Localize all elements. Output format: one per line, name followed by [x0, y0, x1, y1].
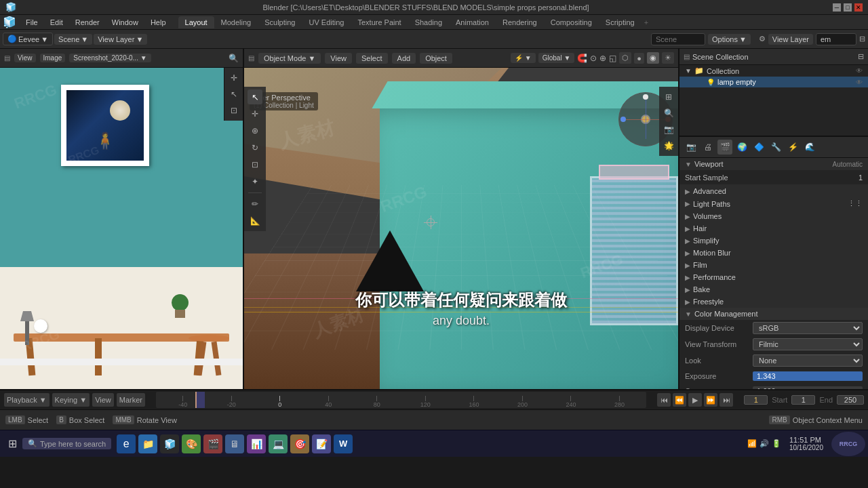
modifier-props-icon[interactable]: 🔧 [768, 140, 783, 155]
transform-tool-icon[interactable]: ✦ [248, 174, 262, 189]
zoom-icon[interactable]: 🔍 [661, 106, 676, 121]
select-box-tool-icon[interactable]: ↖ [248, 89, 262, 104]
global-transform-dropdown[interactable]: Global ▼ [538, 53, 575, 63]
render-icon[interactable]: 🌟 [661, 138, 676, 153]
particle-props-icon[interactable]: ⚡ [785, 140, 800, 155]
next-keyframe-button[interactable]: ⏩ [704, 393, 717, 407]
view-menu[interactable]: View [14, 54, 36, 62]
measure-tool-icon[interactable]: 📐 [248, 214, 262, 228]
tab-compositing[interactable]: Compositing [544, 16, 599, 28]
nav-front-dot[interactable] [620, 117, 626, 122]
tab-animation[interactable]: Animation [449, 16, 496, 28]
object-mode-button[interactable]: Object Mode ▼ [258, 53, 321, 64]
keying-menu[interactable]: Keying ▼ [52, 393, 90, 407]
advanced-section[interactable]: ▶ Advanced [679, 185, 868, 197]
output-props-icon[interactable]: 🖨 [701, 140, 715, 155]
close-button[interactable]: ✕ [854, 3, 863, 12]
viewport-object-menu[interactable]: Object [420, 53, 452, 64]
look-select[interactable]: None [753, 354, 863, 367]
taskbar-app7-icon[interactable]: 📊 [247, 434, 266, 453]
timeline-ruler[interactable]: -40 -20 0 40 80 120 160 200 240 280 [156, 392, 646, 408]
lamp-visibility-icon[interactable]: 👁 [856, 79, 863, 86]
shading-dropdown[interactable]: ⚡ ▼ [511, 53, 536, 63]
display-device-select[interactable]: sRGB [753, 322, 863, 334]
view-menu[interactable]: View [92, 393, 114, 407]
taskbar-explorer-icon[interactable]: 📁 [138, 434, 157, 453]
bake-section[interactable]: ▶ Bake [679, 283, 868, 296]
scene-name-input[interactable] [651, 33, 705, 45]
tab-modeling[interactable]: Modeling [214, 16, 258, 28]
annotate-tool-icon[interactable]: ✏ [248, 197, 262, 211]
jump-end-button[interactable]: ⏭ [719, 393, 733, 407]
scale-tool-icon[interactable]: ⊡ [248, 157, 262, 172]
wireframe-mode-icon[interactable]: ⬡ [619, 52, 631, 64]
search-bar[interactable]: 🔍 Type here to search [22, 438, 111, 449]
menu-file[interactable]: File [20, 17, 43, 28]
light-paths-section[interactable]: ▶ Light Paths ⋮⋮ [679, 197, 868, 210]
scene-dropdown[interactable]: Scene ▼ [54, 34, 92, 45]
film-section[interactable]: ▶ Film [679, 259, 868, 271]
cursor-tool-icon[interactable]: ✛ [248, 106, 262, 121]
overlay-icon[interactable]: ⊕ [599, 54, 606, 63]
menu-window[interactable]: Window [106, 17, 144, 28]
playback-menu[interactable]: Playback ▼ [4, 393, 50, 407]
view-layer-name-dropdown[interactable]: View Layer [768, 34, 813, 45]
play-button[interactable]: ▶ [688, 393, 702, 407]
crop-tool-icon[interactable]: ⊡ [226, 103, 241, 118]
tab-scripting[interactable]: Scripting [599, 16, 642, 28]
color-management-section[interactable]: ▼ Color Management [679, 308, 868, 320]
taskbar-edge-icon[interactable]: e [117, 434, 136, 453]
viewport-section[interactable]: ▼ Viewport Automatic [679, 158, 868, 170]
move-tool-icon[interactable]: ✛ [226, 70, 241, 85]
nav-top-dot[interactable] [643, 94, 648, 100]
viewport-editor-type-icon[interactable]: ▤ [248, 54, 254, 62]
menu-edit[interactable]: Edit [45, 17, 68, 28]
material-mode-icon[interactable]: ◉ [647, 52, 659, 64]
taskbar-blender-icon[interactable]: 🧊 [160, 434, 179, 453]
viewport-add-menu[interactable]: Add [392, 53, 416, 64]
options-dropdown[interactable]: Options ▼ [708, 34, 751, 45]
solid-mode-icon[interactable]: ● [634, 53, 644, 64]
editor-type-icon[interactable]: ⚙ [759, 35, 766, 43]
taskbar-app4-icon[interactable]: 🎨 [182, 434, 201, 453]
tab-layout[interactable]: Layout [178, 16, 214, 28]
taskbar-app9-icon[interactable]: 🎯 [290, 434, 309, 453]
taskbar-app8-icon[interactable]: 💻 [269, 434, 288, 453]
camera-view-icon[interactable]: 📷 [661, 122, 676, 137]
exposure-input[interactable] [753, 371, 863, 381]
tab-shading[interactable]: Shading [408, 16, 449, 28]
freestyle-section[interactable]: ▶ Freestyle [679, 296, 868, 308]
tree-item-collection[interactable]: ▼ 📁 Collection 👁 [679, 65, 868, 77]
taskbar-app5-icon[interactable]: 🎬 [203, 434, 222, 453]
start-frame-input[interactable] [791, 395, 815, 405]
volumes-section[interactable]: ▶ Volumes [679, 210, 868, 222]
3d-viewport[interactable]: User Perspective (1) Collection | Light [244, 68, 678, 389]
add-workspace-button[interactable]: + [644, 18, 648, 26]
viewport-view-menu[interactable]: View [325, 53, 352, 64]
jump-start-button[interactable]: ⏮ [657, 393, 671, 407]
proportional-edit-icon[interactable]: ⊙ [590, 54, 597, 63]
view-transform-select[interactable]: Filmic [753, 338, 863, 350]
image-name-dropdown[interactable]: Screenshot_2020-0... ▼ [69, 54, 151, 62]
performance-section[interactable]: ▶ Performance [679, 271, 868, 283]
taskbar-app6-icon[interactable]: 🖥 [225, 434, 244, 453]
menu-help[interactable]: Help [145, 17, 172, 28]
current-frame-input[interactable] [744, 395, 768, 405]
world-props-icon[interactable]: 🌍 [734, 140, 749, 155]
taskbar-word-icon[interactable]: W [334, 434, 353, 453]
outliner-type-icon[interactable]: ▤ [684, 53, 690, 60]
tab-texture-paint[interactable]: Texture Paint [351, 16, 408, 28]
view-layer-dropdown[interactable]: View Layer ▼ [94, 34, 147, 45]
xray-icon[interactable]: ◱ [609, 54, 616, 63]
snap-icon[interactable]: 🧲 [577, 54, 587, 63]
view-all-icon[interactable]: ⊞ [661, 89, 676, 104]
move-tool-icon[interactable]: ⊕ [248, 123, 262, 138]
object-props-icon[interactable]: 🔷 [751, 140, 766, 155]
start-button[interactable]: ⊞ [3, 436, 22, 451]
tab-sculpting[interactable]: Sculpting [258, 16, 302, 28]
scene-props-icon[interactable]: 🎬 [717, 140, 732, 155]
taskbar-app10-icon[interactable]: 📝 [312, 434, 331, 453]
filter-icon[interactable]: ⊟ [859, 35, 865, 43]
view-layer-input[interactable] [816, 33, 856, 45]
tab-uv-editing[interactable]: UV Editing [302, 16, 351, 28]
